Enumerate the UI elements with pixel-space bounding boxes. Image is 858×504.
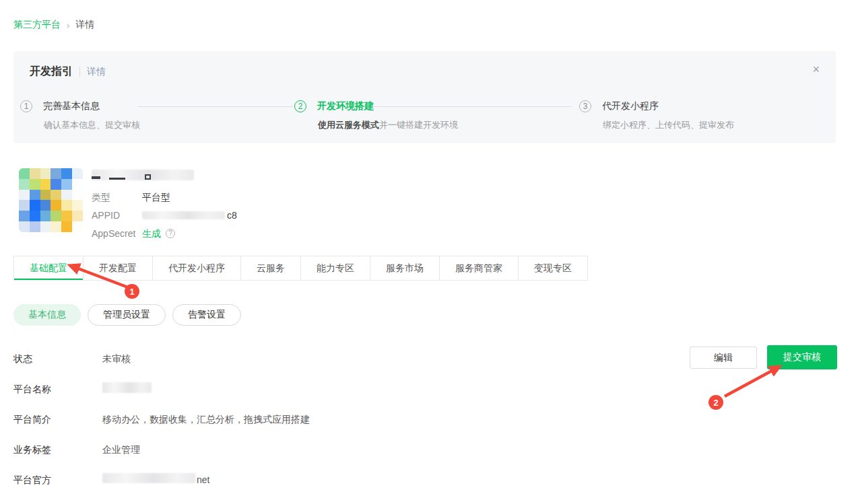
guide-step-1: 1 完善基本信息 确认基本信息、提交审核 (20, 100, 140, 131)
guide-step-2-desc-strong: 使用云服务模式 (318, 120, 379, 130)
app-name-redacted (92, 168, 198, 180)
action-buttons: 编辑 提交审核 (690, 345, 837, 369)
dev-guide-header: 开发指引 详情 (30, 65, 106, 79)
status-value: 未审核 (102, 352, 131, 365)
breadcrumb-root-link[interactable]: 第三方平台 (13, 19, 61, 31)
divider (79, 67, 80, 77)
guide-step-2-head: 2 开发环境搭建 (294, 100, 458, 112)
app-appid-row: APPID c8 (92, 209, 237, 221)
business-tag-row: 业务标签 企业管理 (13, 443, 687, 456)
tab-monetization-zone[interactable]: 变现专区 (518, 256, 587, 280)
platform-name-label: 平台名称 (13, 382, 102, 396)
breadcrumb: 第三方平台 › 详情 (13, 19, 94, 31)
subtab-admin-settings[interactable]: 管理员设置 (88, 304, 166, 326)
tab-provider-manager[interactable]: 服务商管家 (439, 256, 518, 280)
dev-guide-title: 开发指引 (30, 65, 73, 79)
app-type-value: 平台型 (142, 191, 170, 203)
status-row: 状态 未审核 (13, 352, 687, 365)
app-info-section: 类型 平台型 APPID c8 AppSecret 生成 ? (19, 168, 237, 240)
edit-button[interactable]: 编辑 (690, 347, 757, 369)
breadcrumb-current: 详情 (75, 19, 94, 31)
tab-dev-config[interactable]: 开发配置 (83, 256, 152, 280)
tab-basic-config[interactable]: 基础配置 (14, 256, 83, 280)
guide-step-2-title: 开发环境搭建 (317, 100, 374, 112)
annotation-badge-2: 2 (708, 395, 723, 410)
business-tag-label: 业务标签 (13, 443, 102, 456)
platform-official-row: 平台官方 net (13, 473, 687, 487)
redacted-platform-name (102, 382, 152, 393)
dev-guide-detail-link[interactable]: 详情 (87, 66, 106, 78)
platform-official-label: 平台官方 (13, 473, 102, 487)
guide-step-1-desc: 确认基本信息、提交审核 (44, 119, 140, 131)
guide-step-3: 3 代开发小程序 绑定小程序、上传代码、提审发布 (579, 100, 734, 131)
tab-service-market[interactable]: 服务市场 (370, 256, 439, 280)
close-icon[interactable]: × (812, 63, 820, 75)
subtab-basic-info[interactable]: 基本信息 (13, 304, 81, 326)
app-appid-label: APPID (92, 209, 142, 221)
app-details: 类型 平台型 APPID c8 AppSecret 生成 ? (92, 168, 237, 240)
redacted-block (92, 170, 194, 180)
step-number-circle: 1 (20, 100, 32, 112)
status-label: 状态 (13, 352, 102, 365)
main-tab-bar: 基础配置 开发配置 代开发小程序 云服务 能力专区 服务市场 服务商管家 变现专… (13, 256, 588, 281)
breadcrumb-separator-icon: › (67, 20, 69, 30)
tab-cloud-service[interactable]: 云服务 (240, 256, 300, 280)
subtab-alert-settings[interactable]: 告警设置 (172, 304, 241, 326)
redacted-name-fragment (92, 176, 100, 179)
help-icon[interactable]: ? (166, 229, 175, 238)
sub-tab-bar: 基本信息 管理员设置 告警设置 (13, 304, 241, 326)
app-secret-label: AppSecret (92, 227, 142, 240)
guide-step-2-desc: 使用云服务模式并一键搭建开发环境 (318, 119, 458, 131)
guide-step-1-title: 完善基本信息 (43, 100, 100, 112)
third-party-platform-detail-page: 第三方平台 › 详情 开发指引 详情 × 1 完善基本信息 确认基本信息、提交审… (0, 0, 858, 504)
app-avatar (19, 168, 83, 232)
platform-intro-label: 平台简介 (13, 412, 102, 426)
guide-step-3-desc: 绑定小程序、上传代码、提审发布 (603, 119, 734, 131)
generate-secret-link[interactable]: 生成 (142, 227, 161, 240)
dev-guide-panel: 开发指引 详情 × 1 完善基本信息 确认基本信息、提交审核 2 开发环境搭建 … (13, 51, 836, 143)
platform-intro-row: 平台简介 移动办公，数据收集，汇总分析，拖拽式应用搭建 (13, 412, 687, 426)
annotation-badge-1: 1 (125, 284, 139, 299)
step-number-circle: 3 (579, 100, 591, 112)
guide-step-3-title: 代开发小程序 (602, 100, 659, 112)
business-tag-value: 企业管理 (102, 443, 140, 456)
platform-name-row: 平台名称 (13, 382, 687, 396)
redacted-name-fragment (109, 178, 125, 180)
app-type-label: 类型 (92, 191, 142, 203)
app-appid-suffix: c8 (227, 209, 237, 221)
step-connector (138, 106, 293, 107)
guide-step-1-head: 1 完善基本信息 (20, 100, 140, 112)
tab-delegated-miniprogram[interactable]: 代开发小程序 (152, 256, 240, 280)
platform-official-suffix: net (197, 473, 209, 487)
redacted-appid-block (142, 211, 225, 219)
annotation-arrow-2 (725, 371, 772, 396)
submit-review-button[interactable]: 提交审核 (767, 345, 837, 369)
platform-intro-value: 移动办公，数据收集，汇总分析，拖拽式应用搭建 (102, 412, 310, 426)
tab-capability-zone[interactable]: 能力专区 (300, 256, 370, 280)
app-type-row: 类型 平台型 (92, 191, 237, 203)
guide-step-2-desc-rest: 并一键搭建开发环境 (379, 120, 458, 130)
basic-info-form: 状态 未审核 平台名称 平台简介 移动办公，数据收集，汇总分析，拖拽式应用搭建 … (13, 347, 687, 503)
app-secret-row: AppSecret 生成 ? (92, 227, 237, 240)
redacted-name-fragment (145, 174, 151, 180)
redacted-platform-official (102, 473, 195, 483)
guide-step-2: 2 开发环境搭建 使用云服务模式并一键搭建开发环境 (294, 100, 458, 131)
guide-step-3-head: 3 代开发小程序 (579, 100, 734, 112)
step-number-circle: 2 (294, 100, 306, 112)
